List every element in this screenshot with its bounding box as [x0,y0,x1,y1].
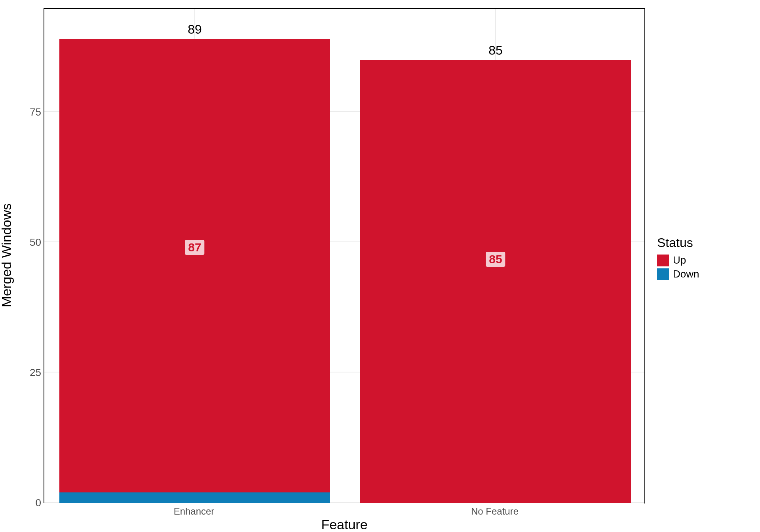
x-axis-title: Feature [321,517,367,532]
legend-swatch-down [657,268,669,280]
plot-panel: 87 89 85 85 [44,8,645,503]
y-tick-50: 50 [10,236,41,249]
bar-enhancer-up-label: 87 [185,240,204,255]
bar-nofeature-up-label: 85 [486,252,505,267]
legend-label-down: Down [673,268,699,280]
chart-container: 87 89 85 85 0 25 50 75 Enhancer No Featu… [0,0,760,532]
bar-enhancer-down [59,492,330,503]
bar-nofeature-up [360,60,631,503]
legend-title: Status [657,236,752,250]
legend: Status Up Down [657,236,752,282]
legend-item-down: Down [657,268,752,280]
y-tick-75: 75 [10,106,41,118]
legend-swatch-up [657,255,669,266]
panel-border-right [644,8,645,504]
y-tick-25: 25 [10,367,41,379]
bar-nofeature-total-label: 85 [488,43,503,58]
x-tick-enhancer: Enhancer [174,506,215,517]
legend-item-up: Up [657,254,752,266]
x-tick-nofeature: No Feature [471,506,519,517]
panel-border-top [44,8,645,9]
bar-enhancer-total-label: 89 [188,22,202,37]
y-tick-0: 0 [10,497,41,509]
bar-enhancer-up [59,39,330,492]
y-axis-title: Merged Windows [0,151,14,255]
bars-layer: 87 89 85 85 [44,8,645,502]
legend-label-up: Up [673,254,686,266]
